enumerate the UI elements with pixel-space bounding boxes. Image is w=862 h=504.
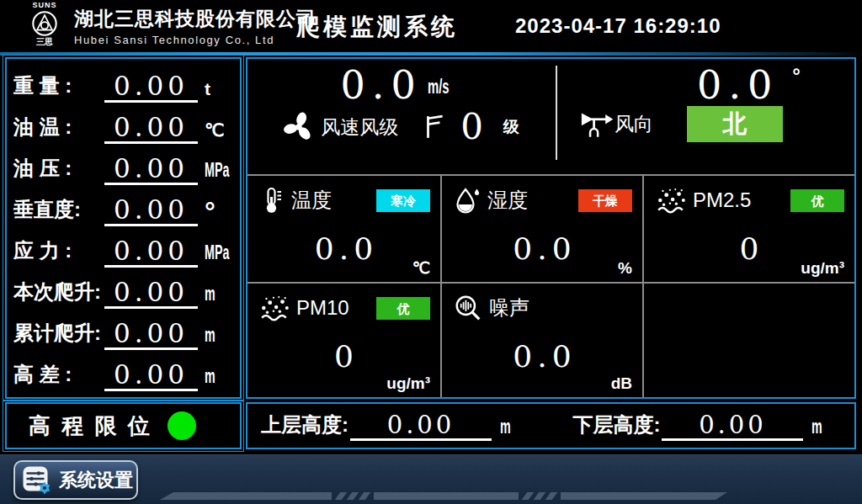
header: SUNS 三思 湖北三思科技股份有限公司 Hubei Sansi Technol… <box>0 0 862 52</box>
metric-label: 重 量 : <box>13 72 103 103</box>
upper-height-label: 上层高度: <box>261 411 349 441</box>
sensor-cell-humidity: 湿度 干燥 0.0 % <box>442 176 644 284</box>
company-name-en: Hubei Sansi Technology Co., Ltd <box>74 34 317 46</box>
sensor-cell-empty <box>644 284 854 397</box>
wind-direction-badge: 北 <box>687 106 783 142</box>
metric-value: 0.00 <box>104 279 198 309</box>
metric-label: 应 力 : <box>13 237 103 268</box>
sensor-unit: dB <box>611 374 632 393</box>
footer-stripes <box>160 492 727 500</box>
wind-direction-value: 0.0 <box>697 66 779 104</box>
noise-icon <box>454 294 482 322</box>
sensor-unit: ug/m³ <box>386 374 430 393</box>
metric-row-verticality: 垂直度: 0.00 ° <box>13 188 235 226</box>
sensor-value: 0.0 <box>259 231 434 266</box>
metric-unit: ℃ <box>205 120 235 144</box>
wind-direction-section: 0.0 ° 风向 北 <box>557 59 854 174</box>
wind-direction-readout: 0.0 ° <box>557 66 854 104</box>
sensor-value: 0 <box>259 339 434 374</box>
sensor-value: 0.0 <box>454 339 636 374</box>
thermometer-icon <box>259 187 285 214</box>
wind-direction-unit: ° <box>792 64 801 88</box>
sensor-value: 0.0 <box>454 231 636 266</box>
metric-label: 垂直度: <box>13 196 103 226</box>
status-badge: 优 <box>790 189 844 212</box>
footer-stripe <box>160 492 332 500</box>
metric-unit: m <box>205 283 223 309</box>
metric-row-oil-pressure: 油 压 : 0.00 MPa <box>13 146 235 185</box>
lower-height-value: 0.00 <box>662 412 803 440</box>
lower-height-group: 下层高度: 0.00 m <box>572 411 828 441</box>
elevation-limit-label: 高 程 限 位 <box>29 411 152 441</box>
logo-sansi-text: 三思 <box>19 36 71 48</box>
upper-height-group: 上层高度: 0.00 m <box>261 411 517 441</box>
status-badge: 优 <box>376 297 430 320</box>
wind-level-value: 0 <box>460 109 483 145</box>
metric-unit: m <box>205 365 223 391</box>
sliders-gear-icon <box>22 465 52 496</box>
sansi-logo-icon <box>30 9 59 38</box>
droplet-icon <box>454 187 481 214</box>
fan-icon <box>284 112 314 142</box>
metric-value: 0.00 <box>104 361 198 391</box>
metric-unit: t <box>205 79 235 103</box>
sensor-cell-temperature: 温度 寒冷 0.0 ℃ <box>247 176 442 284</box>
sensor-label: PM2.5 <box>693 188 751 212</box>
footer-stripe-slashes <box>524 492 555 500</box>
company-name: 湖北三思科技股份有限公司 Hubei Sansi Technology Co.,… <box>74 6 317 46</box>
climbing-formwork-monitor-screen: SUNS 三思 湖北三思科技股份有限公司 Hubei Sansi Technol… <box>0 0 862 504</box>
sensor-cell-noise: 噪声 0.0 dB <box>442 284 644 397</box>
status-badge: 干燥 <box>578 189 632 212</box>
metric-value: 0.00 <box>104 114 198 144</box>
company-name-cn: 湖北三思科技股份有限公司 <box>74 6 317 32</box>
datetime-display: 2023-04-17 16:29:10 <box>515 14 721 38</box>
wind-speed-unit: m/s <box>428 75 450 98</box>
metric-unit: ° <box>205 201 235 226</box>
metric-unit: MPa <box>205 159 223 185</box>
settings-button-label: 系统设置 <box>59 468 133 493</box>
sensor-label: PM10 <box>296 296 349 320</box>
logo-suns-text: SUNS <box>19 1 71 9</box>
metric-label: 油 压 : <box>13 155 103 185</box>
metric-unit: MPa <box>205 241 223 268</box>
sensor-grid: 温度 寒冷 0.0 ℃ 湿度 干燥 0.0 % <box>247 174 854 397</box>
metrics-panel: 重 量 : 0.00 t 油 温 : 0.00 ℃ 油 压 : 0.00 MPa… <box>5 57 242 399</box>
elevation-limit-indicator <box>168 411 196 440</box>
particles-icon <box>656 187 686 214</box>
wind-level-unit: 级 <box>503 116 519 138</box>
sensor-unit: ℃ <box>412 258 430 278</box>
sensor-cell-pm10: PM10 优 0 ug/m³ <box>247 284 442 397</box>
wind-speed-label: 风速风级 <box>321 114 398 141</box>
metric-label: 本次爬升: <box>13 279 103 309</box>
sensor-unit: ug/m³ <box>801 259 844 278</box>
sensor-label: 湿度 <box>487 187 528 214</box>
metric-value: 0.00 <box>104 196 198 226</box>
sensor-label: 噪声 <box>489 294 529 321</box>
wind-level-flag-icon <box>423 114 445 140</box>
metric-label: 累计爬升: <box>13 320 103 350</box>
lower-height-unit: m <box>811 416 822 441</box>
elevation-limit-panel: 高 程 限 位 <box>5 402 242 449</box>
metric-unit: m <box>205 324 223 350</box>
metric-row-oil-temp: 油 温 : 0.00 ℃ <box>13 105 235 144</box>
wind-speed-section: 0.0 m/s 风速风级 0 <box>247 59 556 174</box>
footer-stripe <box>374 492 519 500</box>
metric-value: 0.00 <box>104 237 198 268</box>
environment-panel: 0.0 m/s 风速风级 0 <box>246 57 856 399</box>
wind-level-row: 风速风级 0 级 <box>247 109 556 145</box>
metric-label: 高 差 : <box>13 361 103 391</box>
upper-height-value: 0.00 <box>350 412 492 440</box>
metric-value: 0.00 <box>104 72 198 103</box>
footer-bar: 系统设置 <box>0 454 862 504</box>
particles-icon <box>259 294 290 321</box>
heights-panel: 上层高度: 0.00 m 下层高度: 0.00 m <box>246 402 856 449</box>
page-title: 爬模监测系统 <box>296 11 458 43</box>
company-logo: SUNS 三思 <box>19 1 71 48</box>
settings-button[interactable]: 系统设置 <box>13 460 138 500</box>
sensor-cell-pm25: PM2.5 优 0 ug/m³ <box>644 176 854 284</box>
metric-row-stress: 应 力 : 0.00 MPa <box>13 229 235 268</box>
wind-speed-readout: 0.0 m/s <box>247 66 556 104</box>
sensor-label: 温度 <box>291 187 332 214</box>
lower-height-label: 下层高度: <box>572 411 660 441</box>
metric-label: 油 温 : <box>13 114 103 144</box>
